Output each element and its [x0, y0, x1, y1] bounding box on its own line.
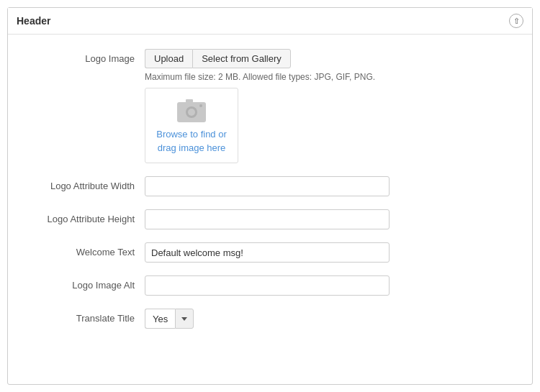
logo-width-wrap: [145, 176, 510, 196]
svg-point-4: [199, 104, 202, 107]
logo-alt-label: Logo Image Alt: [30, 275, 145, 291]
welcome-text-wrap: [145, 242, 510, 263]
logo-alt-wrap: [145, 275, 510, 296]
camera-icon: [176, 96, 207, 124]
svg-rect-3: [186, 99, 193, 104]
logo-alt-input[interactable]: [145, 275, 390, 296]
chevron-down-icon: [181, 317, 187, 321]
panel-title: Header: [17, 15, 50, 27]
logo-image-btn-group: Upload Select from Gallery: [145, 49, 510, 68]
svg-point-2: [188, 109, 195, 116]
logo-image-row: Logo Image Upload Select from Gallery Ma…: [30, 49, 510, 163]
logo-height-input[interactable]: [145, 209, 390, 229]
logo-image-label: Logo Image: [30, 49, 145, 64]
panel-body: Logo Image Upload Select from Gallery Ma…: [8, 35, 532, 356]
header-panel: Header ⇧ Logo Image Upload Select from G…: [7, 7, 533, 385]
logo-height-row: Logo Attribute Height: [30, 209, 510, 229]
file-hint: Maximum file size: 2 MB. Allowed file ty…: [145, 72, 510, 82]
logo-alt-row: Logo Image Alt: [30, 275, 510, 296]
translate-title-label: Translate Title: [30, 309, 145, 324]
translate-title-row: Translate Title Yes: [30, 309, 510, 329]
logo-image-controls: Upload Select from Gallery Maximum file …: [145, 49, 510, 163]
browse-link[interactable]: Browse to find or drag image here: [156, 128, 227, 154]
select-gallery-button[interactable]: Select from Gallery: [192, 49, 291, 68]
panel-header: Header ⇧: [8, 8, 532, 35]
translate-title-wrap: Yes: [145, 309, 510, 329]
translate-title-select: Yes: [145, 309, 510, 329]
translate-title-dropdown-button[interactable]: [175, 309, 194, 329]
welcome-text-label: Welcome Text: [30, 242, 145, 257]
upload-button[interactable]: Upload: [145, 49, 192, 68]
welcome-text-row: Welcome Text: [30, 242, 510, 263]
collapse-button[interactable]: ⇧: [509, 14, 523, 28]
welcome-text-input[interactable]: [145, 242, 390, 263]
translate-title-value: Yes: [145, 309, 175, 329]
logo-height-wrap: [145, 209, 510, 229]
image-drop-zone[interactable]: Browse to find or drag image here: [145, 88, 238, 163]
logo-width-input[interactable]: [145, 176, 390, 196]
logo-width-label: Logo Attribute Width: [30, 176, 145, 191]
logo-height-label: Logo Attribute Height: [30, 209, 145, 224]
logo-width-row: Logo Attribute Width: [30, 176, 510, 196]
